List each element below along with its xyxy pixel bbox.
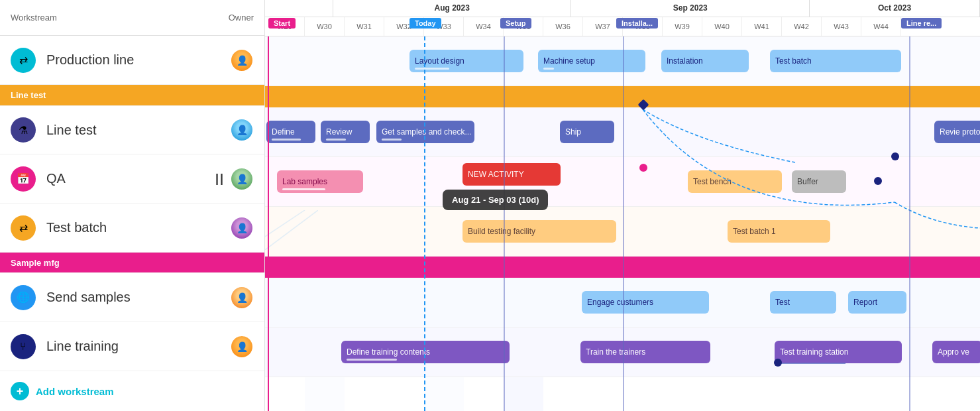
activity-define-training[interactable]: Define training contents — [341, 341, 510, 363]
group-row-line-test: Line test — [0, 85, 264, 105]
activity-instalation[interactable]: Instalation — [661, 50, 749, 72]
line-test-icon: ⚗ — [11, 117, 36, 143]
watermark-area — [265, 210, 318, 250]
gantt-area: Aug 2023 Sep 2023 Oct 2023 W29 W30 W31 W… — [265, 0, 980, 411]
activity-get-samples[interactable]: Get samples and check... — [376, 121, 474, 143]
week-w39: W39 — [663, 17, 702, 36]
activity-test-batch-prod[interactable]: Test batch — [770, 50, 901, 72]
line-test-name: Line test — [46, 123, 230, 138]
production-line-icon: ⇄ — [11, 48, 36, 73]
sidebar: Workstream Owner ⇄ Production line 👤 Lin… — [0, 0, 265, 411]
row-test-batch[interactable]: ⇄ Test batch 👤 — [0, 204, 264, 253]
pause-icon: || — [215, 172, 225, 186]
activity-engage-customers[interactable]: Engage custumers — [582, 291, 709, 314]
owner-column-header: Owner — [229, 13, 254, 23]
production-line-name: Production line — [46, 52, 230, 68]
tooltip-box: Aug 21 - Sep 03 (10d) — [443, 190, 548, 210]
activity-test[interactable]: Test — [770, 291, 836, 314]
activity-ship[interactable]: Ship — [560, 121, 614, 143]
activity-test-training-station[interactable]: Test training station — [775, 341, 902, 363]
qa-avatar: 👤 — [230, 167, 254, 191]
activity-new-activity[interactable]: NEW ACTIVITY — [463, 163, 561, 186]
add-workstream-label: Add workstream — [36, 386, 114, 397]
sidebar-header: Workstream Owner — [0, 0, 264, 36]
line-training-avatar: 👤 — [230, 335, 254, 359]
month-sep-2023: Sep 2023 — [571, 0, 810, 17]
group-row-sample-mfg: Sample mfg — [0, 253, 264, 273]
add-workstream-button[interactable]: + Add workstream — [0, 371, 264, 411]
gantt-container: Workstream Owner ⇄ Production line 👤 Lin… — [0, 0, 980, 411]
activity-test-bench[interactable]: Test bench — [688, 170, 782, 193]
group-label-sample-mfg: Sample mfg — [0, 253, 264, 272]
send-samples-icon: 🌐 — [11, 285, 36, 310]
row-line-test[interactable]: ⚗ Line test 👤 — [0, 106, 264, 155]
start-line — [268, 36, 269, 411]
test-batch-name: Test batch — [46, 220, 230, 235]
gantt-body: Layout design Machine setup Instalation … — [265, 36, 980, 411]
production-line-avatar: 👤 — [230, 48, 254, 72]
week-w36: W36 — [543, 17, 583, 36]
week-w43: W43 — [822, 17, 861, 36]
month-empty — [265, 0, 333, 17]
line-test-avatar: 👤 — [230, 118, 254, 142]
svg-line-1 — [265, 210, 305, 237]
send-samples-name: Send samples — [46, 290, 230, 305]
week-w30: W30 — [305, 17, 345, 36]
activity-buffer[interactable]: Buffer — [792, 170, 846, 193]
week-w31: W31 — [345, 17, 384, 36]
month-oct-2023: Oct 2023 — [810, 0, 980, 17]
gantt-months-row: Aug 2023 Sep 2023 Oct 2023 — [265, 0, 980, 17]
group-label-line-test: Line test — [0, 85, 264, 105]
milestone-pink-1 — [639, 164, 647, 172]
row-qa[interactable]: 📅 QA || 👤 — [0, 154, 264, 204]
activity-train-trainers[interactable]: Train the trainers — [580, 341, 710, 363]
phase-line-re: Line re... — [901, 18, 942, 29]
activity-review[interactable]: Review — [321, 121, 370, 143]
week-w41: W41 — [742, 17, 782, 36]
qa-icon: 📅 — [11, 166, 36, 192]
gantt-header: Aug 2023 Sep 2023 Oct 2023 W29 W30 W31 W… — [265, 0, 980, 36]
send-samples-avatar: 👤 — [230, 286, 254, 310]
activity-lab-samples[interactable]: Lab samples — [277, 170, 363, 193]
add-workstream-plus-icon: + — [11, 382, 29, 400]
week-w44: W44 — [861, 17, 901, 36]
workstream-column-header: Workstream — [11, 13, 229, 23]
milestone-4 — [874, 177, 882, 185]
phase-setup: Setup — [500, 18, 531, 29]
week-w40: W40 — [702, 17, 742, 36]
month-aug-2023: Aug 2023 — [333, 0, 572, 17]
svg-line-0 — [265, 210, 318, 250]
milestone-3 — [774, 359, 782, 367]
qa-name: QA — [46, 171, 230, 186]
activity-test-batch-1[interactable]: Test batch 1 — [728, 220, 830, 243]
line-re-line — [909, 36, 910, 411]
test-batch-avatar: 👤 — [230, 216, 254, 240]
installa-line — [623, 36, 624, 411]
phase-today: Today — [409, 18, 441, 29]
row-production-line[interactable]: ⇄ Production line 👤 — [0, 36, 264, 85]
week-w34: W34 — [464, 17, 504, 36]
today-line — [424, 36, 425, 411]
phase-start: Start — [268, 18, 296, 29]
activity-review-proto[interactable]: Revie proto — [934, 121, 980, 143]
activity-approve[interactable]: Appro ve — [932, 341, 980, 363]
setup-line — [504, 36, 505, 411]
activity-layout-design[interactable]: Layout design — [409, 50, 523, 72]
line-training-icon: ⑂ — [11, 334, 36, 359]
row-send-samples[interactable]: 🌐 Send samples 👤 — [0, 273, 264, 322]
activity-report[interactable]: Report — [848, 291, 906, 314]
activity-define[interactable]: Define — [266, 121, 315, 143]
milestone-2 — [891, 152, 899, 160]
phase-installa: Installa... — [616, 18, 658, 29]
week-w42: W42 — [782, 17, 822, 36]
line-training-name: Line training — [46, 339, 230, 354]
activity-machine-setup[interactable]: Machine setup — [538, 50, 645, 72]
test-batch-icon: ⇄ — [11, 215, 36, 241]
row-line-training[interactable]: ⑂ Line training 👤 — [0, 322, 264, 371]
activity-build-testing[interactable]: Build testing facility — [463, 220, 616, 243]
